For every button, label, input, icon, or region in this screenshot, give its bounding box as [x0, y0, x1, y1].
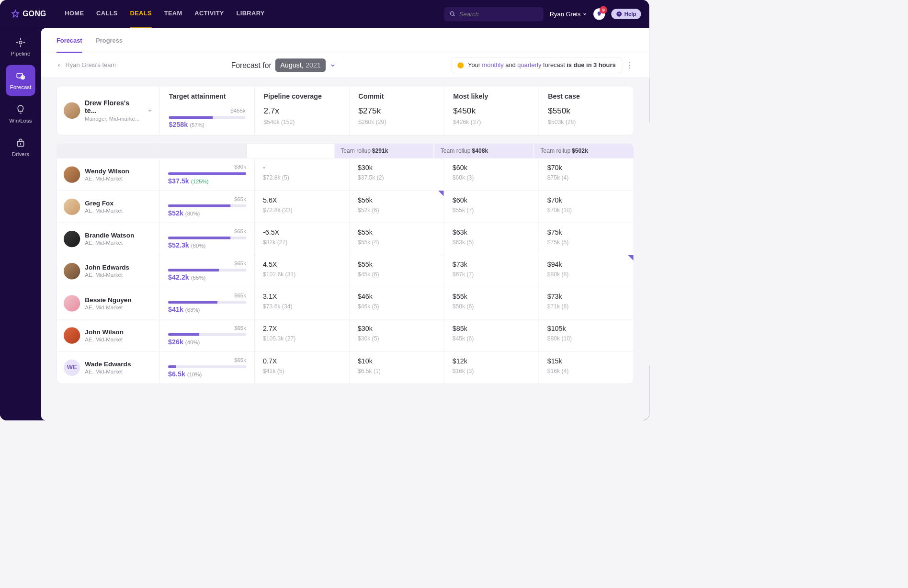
cell-most-likely[interactable]: $73k$67k (7) [444, 255, 539, 287]
chevron-down-icon[interactable] [329, 62, 336, 68]
svg-marker-0 [12, 11, 19, 17]
cell-most-likely[interactable]: $60k$60k (3) [444, 158, 539, 190]
sidebar-item-forecast[interactable]: $Forecast [6, 65, 35, 96]
rollup-header: Team rollup $291k Team rollup $408k Team… [57, 144, 634, 158]
col-commit[interactable]: Commit $275k $260k (29) [349, 86, 444, 135]
avatar [64, 231, 80, 247]
tab-progress[interactable]: Progress [96, 28, 123, 53]
table-row: Bessie NguyenAE, Mid-Market$65k$41k (63%… [57, 287, 634, 319]
nav-calls[interactable]: CALLS [96, 0, 118, 28]
flag-icon [628, 255, 633, 260]
cell-best-case[interactable]: $70k$75k (4) [539, 158, 634, 190]
help-button[interactable]: ? Help [612, 9, 641, 19]
cell-most-likely[interactable]: $85k$45k (6) [444, 319, 539, 351]
sidebar-item-pipeline[interactable]: Pipeline [6, 32, 35, 62]
breadcrumb-back[interactable]: Ryan Greis's team [57, 62, 116, 69]
flag-icon [438, 191, 443, 196]
cell-most-likely[interactable]: $55k$50k (6) [444, 287, 539, 319]
col-best-case[interactable]: Best case $550k $503k (28) [539, 86, 634, 135]
tab-forecast[interactable]: Forecast [57, 28, 82, 53]
cell-most-likely[interactable]: $63k$63k (5) [444, 223, 539, 254]
nav-deals[interactable]: DEALS [130, 0, 152, 28]
person-cell[interactable]: Bessie NguyenAE, Mid-Market [57, 287, 160, 319]
cell-best-case[interactable]: $73k$71k (8) [539, 287, 634, 319]
person-cell[interactable]: John WilsonAE, Mid-Market [57, 319, 160, 351]
sidebar: Pipeline$ForecastWin/LossDrivers [0, 28, 41, 420]
logo[interactable]: GONG [11, 10, 46, 19]
person-cell[interactable]: Greg FoxAE, Mid-Market [57, 191, 160, 222]
cell-commit[interactable]: $10k$6.5k (1) [349, 351, 444, 383]
table-row: Wendy WilsonAE, Mid-Market$30k$37.5k (12… [57, 158, 634, 190]
person-cell[interactable]: Brandie WatsonAE, Mid-Market [57, 223, 160, 254]
cell-commit[interactable]: $30k$37.5k (2) [349, 158, 444, 190]
cell-commit[interactable]: $55k$45k (6) [349, 255, 444, 287]
avatar [64, 166, 80, 182]
more-menu[interactable]: ⋮ [625, 60, 634, 70]
col-target: Target attainment $455k $258k (57%) [159, 86, 254, 135]
chevron-down-icon [582, 11, 587, 16]
search-input[interactable] [459, 11, 538, 18]
person-name: John Wilson [85, 328, 124, 336]
person-name: Wade Edwards [85, 361, 131, 368]
nav-home[interactable]: HOME [65, 0, 84, 28]
team-name: Drew Flores's te... [85, 99, 143, 115]
help-icon: ? [616, 11, 623, 17]
insights-button[interactable]: 9 [593, 8, 605, 20]
cell-target: $65k$41k (63%) [159, 287, 254, 319]
cell-pipeline: 4.5X$102.6k (31) [254, 255, 349, 287]
person-name: Wendy Wilson [85, 167, 129, 175]
person-cell[interactable]: John EdwardsAE, Mid-Market [57, 255, 160, 287]
warning-icon [458, 62, 464, 68]
cell-commit[interactable]: $55k$55k (4) [349, 223, 444, 254]
forecast-icon: $ [15, 70, 26, 81]
cell-target: $30k$37.5k (125%) [159, 158, 254, 190]
cell-commit[interactable]: $30k$30k (5) [349, 319, 444, 351]
table-row: John EdwardsAE, Mid-Market$65k$42.2k (65… [57, 255, 634, 287]
tabs: ForecastProgress [41, 28, 649, 53]
breadcrumb-text: Ryan Greis's team [66, 62, 116, 69]
expand-team-icon[interactable] [148, 108, 153, 113]
svg-line-2 [454, 15, 455, 16]
user-menu[interactable]: Ryan Greis [550, 11, 588, 18]
cell-pipeline: 2.7X$105.3k (27) [254, 319, 349, 351]
search-box[interactable] [444, 7, 544, 21]
month-selector[interactable]: August, 2021 [275, 58, 326, 72]
person-role: AE, Mid-Market [85, 240, 134, 246]
svg-point-5 [19, 41, 22, 44]
sidebar-item-win-loss[interactable]: Win/Loss [6, 99, 35, 129]
avatar [64, 263, 80, 279]
table-row: WEWade EdwardsAE, Mid-Market$65k$6.5k (1… [57, 351, 634, 384]
col-pipeline: Pipeline coverage 2.7x $540k (152) [254, 86, 349, 135]
avatar [64, 295, 80, 311]
col-most-likely[interactable]: Most likely $450k $426k (37) [444, 86, 539, 135]
avatar [64, 327, 80, 343]
person-name: John Edwards [85, 264, 129, 271]
cell-best-case[interactable]: $94k$80k (8) [539, 255, 634, 287]
sidebar-item-drivers[interactable]: Drivers [6, 132, 35, 163]
cell-best-case[interactable]: $75k$75k (5) [539, 223, 634, 254]
cell-target: $65k$26k (40%) [159, 319, 254, 351]
nav-activity[interactable]: ACTIVITY [194, 0, 224, 28]
cell-best-case[interactable]: $15k$16k (4) [539, 351, 634, 383]
cell-commit[interactable]: $56k$52k (6) [349, 191, 444, 222]
top-nav: GONG HOMECALLSDEALSTEAMACTIVITYLIBRARY R… [0, 0, 649, 28]
svg-point-1 [451, 12, 454, 15]
person-cell[interactable]: WEWade EdwardsAE, Mid-Market [57, 351, 160, 383]
cell-most-likely[interactable]: $60k$55k (7) [444, 191, 539, 222]
cell-best-case[interactable]: $105k$80k (10) [539, 319, 634, 351]
person-role: AE, Mid-Market [85, 175, 129, 181]
brand-text: GONG [23, 10, 46, 19]
nav-library[interactable]: LIBRARY [237, 0, 265, 28]
cell-most-likely[interactable]: $12k$16k (3) [444, 351, 539, 383]
cell-best-case[interactable]: $70k$70k (10) [539, 191, 634, 222]
team-avatar [64, 102, 80, 119]
cell-pipeline: -6.5X$82k (27) [254, 223, 349, 254]
due-banner: Your monthly and quarterly forecast is d… [451, 57, 622, 73]
nav-team[interactable]: TEAM [164, 0, 182, 28]
table-row: Brandie WatsonAE, Mid-Market$65k$52.3k (… [57, 223, 634, 255]
avatar: WE [64, 359, 80, 375]
team-role: Manager, Mid-marke... [85, 116, 143, 122]
cell-target: $65k$52.3k (80%) [159, 223, 254, 254]
person-cell[interactable]: Wendy WilsonAE, Mid-Market [57, 158, 160, 190]
cell-commit[interactable]: $46k$46k (5) [349, 287, 444, 319]
